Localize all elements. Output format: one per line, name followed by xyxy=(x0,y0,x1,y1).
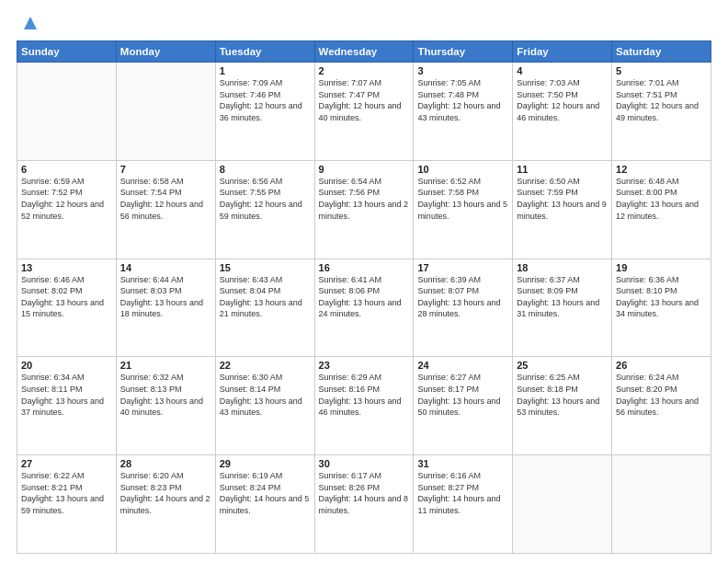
day-info: Sunrise: 6:17 AM Sunset: 8:26 PM Dayligh… xyxy=(319,470,410,516)
day-number: 1 xyxy=(220,65,311,76)
day-number: 27 xyxy=(21,458,112,469)
day-number: 7 xyxy=(120,164,211,175)
day-cell: 15Sunrise: 6:43 AM Sunset: 8:04 PM Dayli… xyxy=(215,259,314,357)
day-cell: 4Sunrise: 7:03 AM Sunset: 7:50 PM Daylig… xyxy=(513,63,612,161)
day-info: Sunrise: 6:59 AM Sunset: 7:52 PM Dayligh… xyxy=(21,176,112,222)
day-info: Sunrise: 6:54 AM Sunset: 7:56 PM Dayligh… xyxy=(319,176,410,222)
week-row-2: 6Sunrise: 6:59 AM Sunset: 7:52 PM Daylig… xyxy=(17,160,711,259)
weekday-saturday: Saturday xyxy=(612,41,711,63)
day-info: Sunrise: 6:50 AM Sunset: 7:59 PM Dayligh… xyxy=(517,176,608,222)
day-cell: 25Sunrise: 6:25 AM Sunset: 8:18 PM Dayli… xyxy=(513,357,612,455)
logo-icon xyxy=(20,13,40,33)
weekday-tuesday: Tuesday xyxy=(215,41,314,63)
day-cell: 3Sunrise: 7:05 AM Sunset: 7:48 PM Daylig… xyxy=(414,63,513,161)
day-cell: 2Sunrise: 7:07 AM Sunset: 7:47 PM Daylig… xyxy=(314,63,414,161)
day-info: Sunrise: 7:01 AM Sunset: 7:51 PM Dayligh… xyxy=(616,77,707,123)
week-row-3: 13Sunrise: 6:46 AM Sunset: 8:02 PM Dayli… xyxy=(17,259,711,357)
day-number: 31 xyxy=(417,458,508,469)
week-row-1: 1Sunrise: 7:09 AM Sunset: 7:46 PM Daylig… xyxy=(17,63,711,161)
day-info: Sunrise: 7:05 AM Sunset: 7:48 PM Dayligh… xyxy=(417,77,508,123)
day-cell xyxy=(116,63,215,161)
day-info: Sunrise: 6:39 AM Sunset: 8:07 PM Dayligh… xyxy=(417,274,508,320)
day-number: 19 xyxy=(616,262,707,273)
day-cell: 31Sunrise: 6:16 AM Sunset: 8:27 PM Dayli… xyxy=(414,455,513,554)
day-cell: 14Sunrise: 6:44 AM Sunset: 8:03 PM Dayli… xyxy=(116,259,215,357)
day-number: 20 xyxy=(21,360,112,371)
day-info: Sunrise: 6:52 AM Sunset: 7:58 PM Dayligh… xyxy=(417,176,508,222)
day-cell: 26Sunrise: 6:24 AM Sunset: 8:20 PM Dayli… xyxy=(612,357,711,455)
day-number: 15 xyxy=(220,262,311,273)
logo xyxy=(17,17,40,33)
day-cell: 13Sunrise: 6:46 AM Sunset: 8:02 PM Dayli… xyxy=(17,259,117,357)
calendar-table: SundayMondayTuesdayWednesdayThursdayFrid… xyxy=(17,40,711,554)
day-cell: 8Sunrise: 6:56 AM Sunset: 7:55 PM Daylig… xyxy=(215,160,314,259)
day-cell: 29Sunrise: 6:19 AM Sunset: 8:24 PM Dayli… xyxy=(215,455,314,554)
day-info: Sunrise: 6:27 AM Sunset: 8:17 PM Dayligh… xyxy=(417,372,508,418)
svg-marker-0 xyxy=(24,17,37,29)
day-info: Sunrise: 6:25 AM Sunset: 8:18 PM Dayligh… xyxy=(517,372,608,418)
day-info: Sunrise: 6:36 AM Sunset: 8:10 PM Dayligh… xyxy=(616,274,707,320)
day-info: Sunrise: 7:09 AM Sunset: 7:46 PM Dayligh… xyxy=(220,77,311,123)
day-cell: 19Sunrise: 6:36 AM Sunset: 8:10 PM Dayli… xyxy=(612,259,711,357)
day-cell: 22Sunrise: 6:30 AM Sunset: 8:14 PM Dayli… xyxy=(215,357,314,455)
day-info: Sunrise: 6:20 AM Sunset: 8:23 PM Dayligh… xyxy=(120,470,211,516)
weekday-thursday: Thursday xyxy=(414,41,513,63)
page-header xyxy=(17,17,711,33)
day-number: 16 xyxy=(319,262,410,273)
day-info: Sunrise: 6:43 AM Sunset: 8:04 PM Dayligh… xyxy=(220,274,311,320)
day-cell: 9Sunrise: 6:54 AM Sunset: 7:56 PM Daylig… xyxy=(314,160,414,259)
weekday-wednesday: Wednesday xyxy=(314,41,414,63)
day-number: 24 xyxy=(417,360,508,371)
day-cell: 30Sunrise: 6:17 AM Sunset: 8:26 PM Dayli… xyxy=(314,455,414,554)
day-number: 4 xyxy=(517,65,608,76)
day-number: 14 xyxy=(120,262,211,273)
day-info: Sunrise: 6:16 AM Sunset: 8:27 PM Dayligh… xyxy=(417,470,508,516)
week-row-5: 27Sunrise: 6:22 AM Sunset: 8:21 PM Dayli… xyxy=(17,455,711,554)
day-number: 11 xyxy=(517,164,608,175)
day-number: 12 xyxy=(616,164,707,175)
day-cell: 28Sunrise: 6:20 AM Sunset: 8:23 PM Dayli… xyxy=(116,455,215,554)
week-row-4: 20Sunrise: 6:34 AM Sunset: 8:11 PM Dayli… xyxy=(17,357,711,455)
day-number: 17 xyxy=(417,262,508,273)
day-number: 23 xyxy=(319,360,410,371)
day-info: Sunrise: 6:32 AM Sunset: 8:13 PM Dayligh… xyxy=(120,372,211,418)
day-info: Sunrise: 6:30 AM Sunset: 8:14 PM Dayligh… xyxy=(220,372,311,418)
day-cell xyxy=(612,455,711,554)
day-info: Sunrise: 6:46 AM Sunset: 8:02 PM Dayligh… xyxy=(21,274,112,320)
day-info: Sunrise: 7:07 AM Sunset: 7:47 PM Dayligh… xyxy=(319,77,410,123)
weekday-sunday: Sunday xyxy=(17,41,117,63)
day-cell: 1Sunrise: 7:09 AM Sunset: 7:46 PM Daylig… xyxy=(215,63,314,161)
day-info: Sunrise: 6:37 AM Sunset: 8:09 PM Dayligh… xyxy=(517,274,608,320)
day-cell: 23Sunrise: 6:29 AM Sunset: 8:16 PM Dayli… xyxy=(314,357,414,455)
day-number: 5 xyxy=(616,65,707,76)
day-cell: 6Sunrise: 6:59 AM Sunset: 7:52 PM Daylig… xyxy=(17,160,117,259)
day-number: 21 xyxy=(120,360,211,371)
day-number: 2 xyxy=(319,65,410,76)
day-number: 18 xyxy=(517,262,608,273)
day-info: Sunrise: 6:44 AM Sunset: 8:03 PM Dayligh… xyxy=(120,274,211,320)
day-cell: 16Sunrise: 6:41 AM Sunset: 8:06 PM Dayli… xyxy=(314,259,414,357)
day-cell: 24Sunrise: 6:27 AM Sunset: 8:17 PM Dayli… xyxy=(414,357,513,455)
day-info: Sunrise: 6:56 AM Sunset: 7:55 PM Dayligh… xyxy=(220,176,311,222)
day-cell: 21Sunrise: 6:32 AM Sunset: 8:13 PM Dayli… xyxy=(116,357,215,455)
day-cell: 11Sunrise: 6:50 AM Sunset: 7:59 PM Dayli… xyxy=(513,160,612,259)
day-cell xyxy=(513,455,612,554)
day-info: Sunrise: 6:41 AM Sunset: 8:06 PM Dayligh… xyxy=(319,274,410,320)
day-cell: 27Sunrise: 6:22 AM Sunset: 8:21 PM Dayli… xyxy=(17,455,117,554)
day-number: 28 xyxy=(120,458,211,469)
day-info: Sunrise: 6:19 AM Sunset: 8:24 PM Dayligh… xyxy=(220,470,311,516)
day-info: Sunrise: 6:48 AM Sunset: 8:00 PM Dayligh… xyxy=(616,176,707,222)
day-info: Sunrise: 6:58 AM Sunset: 7:54 PM Dayligh… xyxy=(120,176,211,222)
day-info: Sunrise: 6:34 AM Sunset: 8:11 PM Dayligh… xyxy=(21,372,112,418)
day-cell: 20Sunrise: 6:34 AM Sunset: 8:11 PM Dayli… xyxy=(17,357,117,455)
day-info: Sunrise: 6:29 AM Sunset: 8:16 PM Dayligh… xyxy=(319,372,410,418)
day-cell xyxy=(17,63,117,161)
day-number: 10 xyxy=(417,164,508,175)
day-cell: 17Sunrise: 6:39 AM Sunset: 8:07 PM Dayli… xyxy=(414,259,513,357)
day-number: 22 xyxy=(220,360,311,371)
day-info: Sunrise: 7:03 AM Sunset: 7:50 PM Dayligh… xyxy=(517,77,608,123)
weekday-header-row: SundayMondayTuesdayWednesdayThursdayFrid… xyxy=(17,41,711,63)
day-cell: 12Sunrise: 6:48 AM Sunset: 8:00 PM Dayli… xyxy=(612,160,711,259)
day-info: Sunrise: 6:24 AM Sunset: 8:20 PM Dayligh… xyxy=(616,372,707,418)
day-cell: 5Sunrise: 7:01 AM Sunset: 7:51 PM Daylig… xyxy=(612,63,711,161)
